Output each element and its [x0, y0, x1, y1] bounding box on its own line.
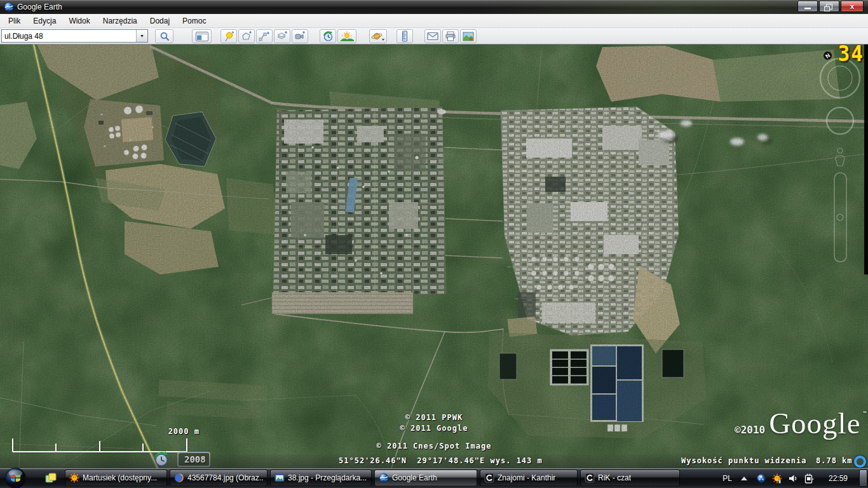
sunlight-button[interactable] — [337, 29, 356, 43]
menu-bar: Plik Edycja Widok Narzędzia Dodaj Pomoc — [0, 14, 868, 28]
envelope-icon — [427, 32, 438, 41]
google-logo: Google — [769, 410, 860, 436]
google-earth-window: Google Earth x Plik Edycja Widok Narzędz… — [0, 0, 868, 488]
clock[interactable]: 22:59 — [829, 474, 848, 483]
taskbar-item-rik-czat[interactable]: RiK - czat — [580, 470, 680, 486]
gadu-sun-icon — [69, 473, 79, 483]
ruler-button[interactable] — [397, 29, 413, 43]
gadu-app-icon — [484, 473, 494, 483]
restore-button[interactable] — [819, 1, 839, 12]
email-button[interactable] — [424, 29, 441, 43]
streaming-indicator-icon — [854, 456, 866, 468]
taskbar-item-image-viewer[interactable]: 38.jpg - Przeglądarka... — [270, 470, 372, 486]
restore-icon — [826, 4, 832, 10]
trademark-symbol: ™ — [864, 410, 867, 417]
taskbar-item-label: 38.jpg - Przeglądarka... — [288, 473, 367, 482]
minimize-button[interactable] — [797, 1, 818, 12]
search-button[interactable] — [155, 29, 173, 43]
history-clock-icon — [322, 31, 334, 42]
taskbar-item-martusiek[interactable]: Martusiek (dostępny... — [65, 470, 167, 486]
task-buttons: Martusiek (dostępny... 43567784.jpg (Obr… — [65, 470, 680, 486]
gadu-status-sun-icon[interactable] — [772, 473, 782, 484]
printer-icon — [445, 31, 456, 41]
search-icon — [159, 31, 170, 41]
sidebar-toggle-button[interactable] — [192, 29, 212, 43]
satellite-imagery — [0, 44, 868, 468]
menu-edycja[interactable]: Edycja — [27, 15, 62, 27]
taskbar-item-label: 43567784.jpg (Obraz... — [187, 473, 263, 482]
image-overlay-icon — [276, 31, 288, 41]
windows-taskbar: Martusiek (dostępny... 43567784.jpg (Obr… — [0, 468, 868, 488]
search-input[interactable] — [2, 30, 136, 42]
close-icon: x — [850, 2, 854, 11]
gadu-app-icon — [585, 473, 595, 483]
ruler-icon — [401, 30, 409, 42]
taskbar-item-firefox-image[interactable]: 43567784.jpg (Obraz... — [170, 470, 268, 486]
tray-expand-icon[interactable] — [741, 477, 747, 480]
coordinates-readout: 51°52'26.46"N 29°17'48.46"E wys. 143 m — [339, 456, 543, 465]
taskbar-item-label: RiK - czat — [598, 473, 631, 482]
save-image-button[interactable] — [460, 29, 477, 43]
volume-icon[interactable] — [788, 473, 798, 484]
image-viewer-icon — [275, 473, 285, 483]
add-image-overlay-button[interactable] — [274, 29, 290, 43]
menu-widok[interactable]: Widok — [62, 15, 96, 27]
window-title: Google Earth — [17, 0, 62, 14]
system-tray: PL — [722, 468, 868, 488]
copyright-line-3: © 2011 Cnes/Spot Image — [0, 442, 868, 451]
path-icon — [259, 31, 270, 41]
close-button[interactable]: x — [841, 1, 864, 12]
menu-dodaj[interactable]: Dodaj — [144, 15, 176, 27]
taskbar-item-label: Znajomi - Kanthir — [498, 473, 555, 482]
menu-narzedzia[interactable]: Narzędzia — [97, 15, 144, 27]
menu-plik[interactable]: Plik — [2, 15, 27, 27]
eye-altitude-value: 8.78 km — [816, 456, 853, 465]
earth-viewport[interactable]: 34 N 2000 m 2008 © 2011 PPWK © 2011 Goog… — [0, 44, 868, 468]
sidebar-panel-icon — [196, 32, 208, 41]
screen-edge-strip — [864, 44, 868, 274]
firefox-icon — [174, 473, 184, 483]
google-earth-logo-icon — [4, 2, 14, 12]
google-earth-icon — [379, 473, 389, 483]
eye-altitude-label: Wysokość punktu widzenia — [681, 456, 806, 465]
language-indicator[interactable]: PL — [722, 474, 732, 483]
quick-launch-icon[interactable] — [44, 473, 57, 484]
minimize-icon — [804, 8, 811, 10]
print-button[interactable] — [442, 29, 459, 43]
google-watermark: ©2010 Google ™ — [735, 410, 867, 436]
record-tour-button[interactable] — [292, 29, 308, 43]
fps-counter: 34 — [838, 44, 864, 65]
toolbar: ▼ — [0, 28, 868, 44]
planets-button[interactable] — [369, 29, 387, 43]
start-button[interactable] — [4, 467, 27, 488]
combo-dropdown-button[interactable]: ▼ — [136, 30, 147, 42]
video-camera-icon — [294, 31, 306, 41]
add-placemark-button[interactable] — [220, 29, 237, 43]
polygon-icon — [241, 31, 252, 41]
taskbar-edge-button[interactable] — [859, 470, 867, 487]
sun-landscape-icon — [340, 31, 354, 41]
add-path-button[interactable] — [256, 29, 273, 43]
placemark-pin-icon — [223, 31, 234, 42]
historical-imagery-button[interactable] — [320, 29, 336, 43]
search-combo: ▼ — [1, 29, 148, 43]
blue-sphere-tray-icon[interactable] — [756, 473, 766, 484]
add-polygon-button[interactable] — [238, 29, 255, 43]
saturn-planet-icon — [371, 31, 385, 41]
safely-remove-hardware-icon[interactable] — [804, 473, 814, 484]
title-bar[interactable]: Google Earth x — [0, 0, 868, 14]
taskbar-item-znajomi[interactable]: Znajomi - Kanthir — [480, 470, 578, 486]
menu-pomoc[interactable]: Pomoc — [176, 15, 212, 27]
taskbar-item-label: Google Earth — [392, 473, 437, 482]
taskbar-item-google-earth[interactable]: Google Earth — [374, 470, 477, 486]
watermark-year: ©2010 — [735, 424, 765, 436]
save-image-icon — [463, 32, 474, 41]
taskbar-item-label: Martusiek (dostępny... — [83, 473, 157, 482]
